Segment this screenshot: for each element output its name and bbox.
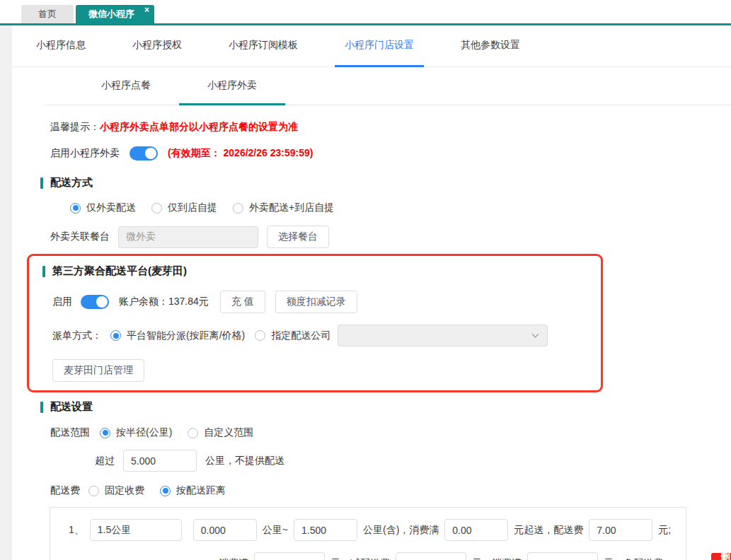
tab-label: 小程序门店设置 xyxy=(345,39,414,52)
toggle-knob xyxy=(145,148,156,159)
radio-smart-dispatch[interactable] xyxy=(110,330,121,341)
third-party-enable-toggle[interactable] xyxy=(81,295,109,309)
radio-label[interactable]: 指定配送公司 xyxy=(271,329,330,342)
fee-discount-row: 消费满 元，减配送费 元；消费满 元，免配送费 删 除 xyxy=(63,552,686,560)
radio-delivery-only[interactable] xyxy=(70,203,81,214)
radio-by-radius[interactable] xyxy=(100,428,110,438)
min-suffix: 元起送，配送费 xyxy=(514,524,583,537)
delivery-company-select[interactable] xyxy=(338,325,548,346)
deduction-record-button[interactable]: 额度扣减记录 xyxy=(275,291,357,313)
delivery-settings-section-title: 配送设置 xyxy=(40,400,731,414)
notice-text: 小程序外卖点单部分以小程序点餐的设置为准 xyxy=(100,121,298,134)
line2-s3: 元，免配送费 xyxy=(604,557,663,560)
radio-pickup-only[interactable] xyxy=(151,203,162,214)
tab-label: 小程序授权 xyxy=(132,39,182,52)
notice-label: 温馨提示： xyxy=(50,121,100,134)
subtab-dine-in-order[interactable]: 小程序点餐 xyxy=(73,67,179,105)
tab-label: 其他参数设置 xyxy=(461,39,520,52)
subtab-label: 小程序点餐 xyxy=(101,79,151,92)
radio-label[interactable]: 自定义范围 xyxy=(204,426,253,439)
exceed-distance-row: 超过 公里，不提供配送 xyxy=(95,450,731,472)
section-title-text: 配送方式 xyxy=(50,176,93,189)
section-accent-bar xyxy=(40,402,43,413)
subtab-takeout[interactable]: 小程序外卖 xyxy=(179,67,285,105)
toggle-knob xyxy=(96,296,108,308)
radio-delivery-and-pickup[interactable] xyxy=(233,203,243,214)
tab-miniprogram-auth[interactable]: 小程序授权 xyxy=(122,25,192,67)
window-tab-weixin-miniprogram[interactable]: 微信小程序 × xyxy=(76,5,154,23)
section-title-text: 第三方聚合配送平台(麦芽田) xyxy=(52,264,187,278)
subtab-label: 小程序外卖 xyxy=(207,79,257,92)
window-tab-home[interactable]: 首页 xyxy=(21,5,74,23)
row-index: 1、 xyxy=(69,524,84,537)
left-gutter xyxy=(0,25,12,560)
window-tab-current-label: 微信小程序 xyxy=(88,8,134,21)
free-consume-input[interactable] xyxy=(527,552,598,560)
tab-miniprogram-info[interactable]: 小程序信息 xyxy=(26,25,96,67)
discount-amount-input[interactable] xyxy=(396,552,466,560)
notice-row: 温馨提示： 小程序外卖点单部分以小程序点餐的设置为准 xyxy=(50,121,731,134)
recharge-button[interactable]: 充 值 xyxy=(220,291,265,313)
validity-text: (有效期至： 2026/2/26 23:59:59) xyxy=(168,147,313,160)
close-icon[interactable]: × xyxy=(144,6,149,14)
radio-label[interactable]: 固定收费 xyxy=(105,484,144,497)
third-party-section-title: 第三方聚合配送平台(麦芽田) xyxy=(42,264,601,278)
third-party-enable-label: 启用 xyxy=(52,296,72,308)
dispatch-method-label: 派单方式： xyxy=(52,329,102,342)
enable-takeout-toggle[interactable] xyxy=(129,146,158,161)
radio-label[interactable]: 仅外卖配送 xyxy=(86,202,136,214)
line2-s2: 元；消费满 xyxy=(472,557,522,560)
exceed-distance-input[interactable] xyxy=(123,450,197,472)
tab-other-params[interactable]: 其他参数设置 xyxy=(451,25,530,67)
balance-label: 账户余额： xyxy=(119,296,168,308)
tab-label: 小程序信息 xyxy=(36,39,86,52)
radio-fixed-fee[interactable] xyxy=(88,486,99,496)
miniprogram-settings-page: 首页 微信小程序 × 小程序信息 小程序授权 小程序订阅模板 小程序门店设置 其… xyxy=(0,0,731,560)
delivery-method-options: 仅外卖配送 仅到店自提 外卖配送+到店自提 xyxy=(70,202,731,214)
sub-tab-bar: 小程序点餐 小程序外卖 xyxy=(45,67,731,105)
line2-label: 消费满 xyxy=(219,557,248,560)
tab-store-settings[interactable]: 小程序门店设置 xyxy=(335,25,424,67)
takeout-table-link-row: 外卖关联餐台 选择餐台 xyxy=(50,226,731,248)
radio-custom-range[interactable] xyxy=(188,428,198,438)
radio-label[interactable]: 按半径(公里) xyxy=(116,426,172,439)
tier-from-input[interactable] xyxy=(193,519,257,541)
from-suffix: 公里~ xyxy=(263,524,288,537)
radio-label[interactable]: 仅到店自提 xyxy=(168,202,217,214)
tier-to-input[interactable] xyxy=(294,519,357,541)
balance-value: 137.84元 xyxy=(168,296,209,308)
store-manage-row: 麦芽田门店管理 xyxy=(52,359,601,382)
radio-label[interactable]: 平台智能分派(按距离/价格) xyxy=(127,329,245,342)
delivery-method-section-title: 配送方式 xyxy=(40,176,731,189)
table-link-label: 外卖关联餐台 xyxy=(50,231,110,243)
table-link-input[interactable] xyxy=(118,226,258,248)
tier-fee-input[interactable] xyxy=(589,519,652,541)
tab-label: 小程序订阅模板 xyxy=(229,39,298,52)
maiyatian-store-manage-button[interactable]: 麦芽田门店管理 xyxy=(52,359,144,382)
radio-by-distance[interactable] xyxy=(160,486,171,496)
radio-assign-company[interactable] xyxy=(255,330,265,341)
tab-subscribe-template[interactable]: 小程序订阅模板 xyxy=(219,25,308,67)
exceed-suffix: 公里，不提供配送 xyxy=(205,455,284,467)
window-tab-bar: 首页 微信小程序 × xyxy=(0,0,731,23)
window-tab-home-label: 首页 xyxy=(38,8,57,21)
delete-tier-button[interactable]: 删 除 xyxy=(711,553,731,560)
choose-table-button[interactable]: 选择餐台 xyxy=(267,226,329,248)
to-suffix: 公里(含)，消费满 xyxy=(363,524,439,537)
tier-min-consume-input[interactable] xyxy=(444,519,508,541)
tier-name-input[interactable] xyxy=(90,519,182,541)
exceed-label: 超过 xyxy=(95,455,115,467)
enable-takeout-label: 启用小程序外卖 xyxy=(50,147,120,160)
content-panel: 小程序信息 小程序授权 小程序订阅模板 小程序门店设置 其他参数设置 小程序点餐… xyxy=(12,25,731,560)
section-title-text: 配送设置 xyxy=(50,400,93,414)
line2-s1: 元，减配送费 xyxy=(330,557,390,560)
third-party-delivery-highlight-box: 第三方聚合配送平台(麦芽田) 启用 账户余额： 137.84元 充 值 额度扣减… xyxy=(27,254,603,392)
radio-label[interactable]: 外卖配送+到店自提 xyxy=(249,202,334,214)
delivery-fee-row: 配送费 固定收费 按配送距离 xyxy=(50,484,731,497)
section-accent-bar xyxy=(40,177,43,189)
fee-tier-row: 1、 公里~ 公里(含)，消费满 元起送，配送费 元; xyxy=(63,519,686,541)
discount-consume-input[interactable] xyxy=(254,552,325,560)
delivery-range-row: 配送范围 按半径(公里) 自定义范围 xyxy=(50,426,731,439)
radio-label[interactable]: 按配送距离 xyxy=(176,484,226,497)
fee-tier-table: 1、 公里~ 公里(含)，消费满 元起送，配送费 元; 消费满 元，减配送费 元… xyxy=(50,507,686,560)
